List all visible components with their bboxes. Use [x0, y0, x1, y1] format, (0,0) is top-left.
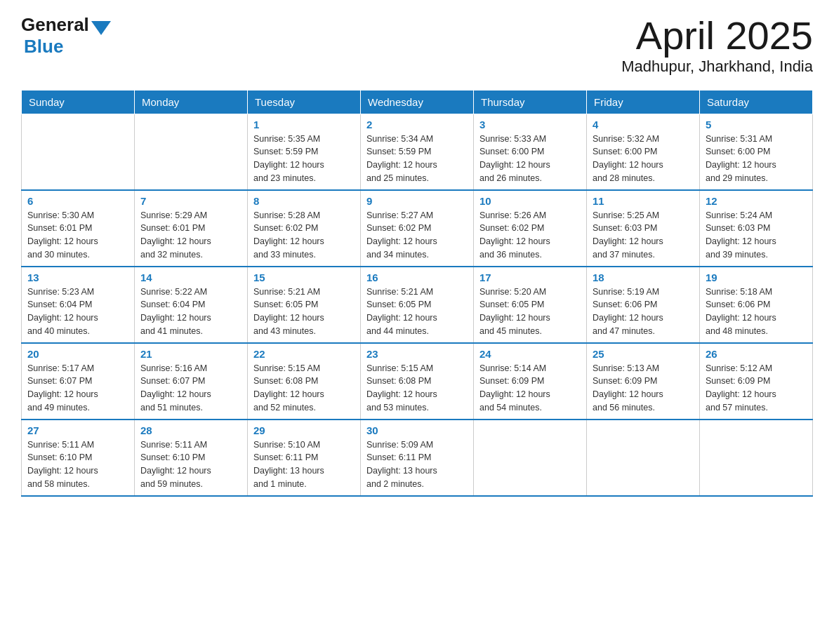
calendar-cell-w1-d6: 4Sunrise: 5:32 AMSunset: 6:00 PMDaylight…	[587, 114, 700, 190]
calendar-title: April 2025	[621, 14, 813, 58]
calendar-week-4: 20Sunrise: 5:17 AMSunset: 6:07 PMDayligh…	[22, 343, 813, 420]
calendar-cell-w5-d5	[474, 420, 587, 496]
day-info: Sunrise: 5:32 AMSunset: 6:00 PMDaylight:…	[593, 133, 694, 185]
calendar-cell-w3-d1: 13Sunrise: 5:23 AMSunset: 6:04 PMDayligh…	[22, 267, 135, 343]
logo-general-text: General	[21, 14, 89, 36]
day-number: 1	[253, 119, 355, 130]
day-info: Sunrise: 5:24 AMSunset: 6:03 PMDaylight:…	[706, 209, 807, 262]
day-info: Sunrise: 5:34 AMSunset: 5:59 PMDaylight:…	[366, 133, 468, 185]
calendar-cell-w4-d4: 23Sunrise: 5:15 AMSunset: 6:08 PMDayligh…	[361, 343, 474, 420]
calendar-cell-w2-d4: 9Sunrise: 5:27 AMSunset: 6:02 PMDaylight…	[361, 190, 474, 267]
logo: General Blue	[21, 14, 113, 58]
day-number: 18	[593, 271, 694, 283]
logo-blue-text: Blue	[24, 36, 63, 57]
calendar-cell-w4-d2: 21Sunrise: 5:16 AMSunset: 6:07 PMDayligh…	[135, 343, 248, 420]
day-number: 10	[479, 195, 581, 207]
day-number: 19	[706, 271, 807, 283]
calendar-header-row: Sunday Monday Tuesday Wednesday Thursday…	[22, 90, 813, 114]
day-info: Sunrise: 5:35 AMSunset: 5:59 PMDaylight:…	[253, 133, 355, 185]
logo-triangle-icon	[91, 21, 111, 35]
day-number: 22	[253, 348, 355, 360]
col-sunday: Sunday	[22, 90, 135, 114]
day-number: 14	[140, 271, 241, 283]
day-number: 12	[706, 195, 807, 207]
day-number: 20	[27, 348, 128, 360]
day-info: Sunrise: 5:14 AMSunset: 6:09 PMDaylight:…	[479, 362, 581, 415]
day-number: 15	[253, 271, 355, 283]
day-number: 6	[27, 195, 128, 207]
calendar-cell-w3-d4: 16Sunrise: 5:21 AMSunset: 6:05 PMDayligh…	[361, 267, 474, 343]
day-number: 28	[140, 424, 241, 436]
page-header: General Blue April 2025 Madhupur, Jharkh…	[21, 14, 813, 76]
day-number: 30	[366, 424, 468, 436]
day-number: 27	[27, 424, 128, 436]
day-info: Sunrise: 5:17 AMSunset: 6:07 PMDaylight:…	[27, 362, 128, 415]
day-info: Sunrise: 5:20 AMSunset: 6:05 PMDaylight:…	[479, 286, 581, 338]
day-number: 8	[253, 195, 355, 207]
calendar-cell-w3-d2: 14Sunrise: 5:22 AMSunset: 6:04 PMDayligh…	[135, 267, 248, 343]
day-info: Sunrise: 5:21 AMSunset: 6:05 PMDaylight:…	[366, 286, 468, 338]
calendar-cell-w4-d5: 24Sunrise: 5:14 AMSunset: 6:09 PMDayligh…	[474, 343, 587, 420]
day-info: Sunrise: 5:19 AMSunset: 6:06 PMDaylight:…	[593, 286, 694, 338]
calendar-cell-w5-d3: 29Sunrise: 5:10 AMSunset: 6:11 PMDayligh…	[248, 420, 361, 496]
day-number: 2	[366, 119, 468, 130]
day-number: 24	[479, 348, 581, 360]
calendar-cell-w2-d6: 11Sunrise: 5:25 AMSunset: 6:03 PMDayligh…	[587, 190, 700, 267]
day-info: Sunrise: 5:25 AMSunset: 6:03 PMDaylight:…	[593, 209, 694, 262]
day-info: Sunrise: 5:21 AMSunset: 6:05 PMDaylight:…	[253, 286, 355, 338]
col-wednesday: Wednesday	[361, 90, 474, 114]
calendar-cell-w4-d7: 26Sunrise: 5:12 AMSunset: 6:09 PMDayligh…	[700, 343, 813, 420]
col-friday: Friday	[587, 90, 700, 114]
calendar-cell-w5-d2: 28Sunrise: 5:11 AMSunset: 6:10 PMDayligh…	[135, 420, 248, 496]
calendar-cell-w1-d7: 5Sunrise: 5:31 AMSunset: 6:00 PMDaylight…	[700, 114, 813, 190]
calendar-cell-w1-d4: 2Sunrise: 5:34 AMSunset: 5:59 PMDaylight…	[361, 114, 474, 190]
day-info: Sunrise: 5:31 AMSunset: 6:00 PMDaylight:…	[706, 133, 807, 185]
day-info: Sunrise: 5:10 AMSunset: 6:11 PMDaylight:…	[253, 438, 355, 491]
col-thursday: Thursday	[474, 90, 587, 114]
day-info: Sunrise: 5:15 AMSunset: 6:08 PMDaylight:…	[253, 362, 355, 415]
day-number: 21	[140, 348, 241, 360]
calendar-cell-w1-d3: 1Sunrise: 5:35 AMSunset: 5:59 PMDaylight…	[248, 114, 361, 190]
calendar-cell-w2-d7: 12Sunrise: 5:24 AMSunset: 6:03 PMDayligh…	[700, 190, 813, 267]
day-info: Sunrise: 5:16 AMSunset: 6:07 PMDaylight:…	[140, 362, 241, 415]
day-info: Sunrise: 5:15 AMSunset: 6:08 PMDaylight:…	[366, 362, 468, 415]
calendar-cell-w2-d5: 10Sunrise: 5:26 AMSunset: 6:02 PMDayligh…	[474, 190, 587, 267]
calendar-cell-w3-d7: 19Sunrise: 5:18 AMSunset: 6:06 PMDayligh…	[700, 267, 813, 343]
day-info: Sunrise: 5:11 AMSunset: 6:10 PMDaylight:…	[27, 438, 128, 491]
calendar-cell-w5-d1: 27Sunrise: 5:11 AMSunset: 6:10 PMDayligh…	[22, 420, 135, 496]
calendar-cell-w2-d1: 6Sunrise: 5:30 AMSunset: 6:01 PMDaylight…	[22, 190, 135, 267]
day-number: 26	[706, 348, 807, 360]
calendar-table: Sunday Monday Tuesday Wednesday Thursday…	[21, 90, 813, 497]
day-info: Sunrise: 5:09 AMSunset: 6:11 PMDaylight:…	[366, 438, 468, 491]
calendar-cell-w3-d5: 17Sunrise: 5:20 AMSunset: 6:05 PMDayligh…	[474, 267, 587, 343]
day-number: 4	[593, 119, 694, 130]
day-info: Sunrise: 5:29 AMSunset: 6:01 PMDaylight:…	[140, 209, 241, 262]
day-info: Sunrise: 5:26 AMSunset: 6:02 PMDaylight:…	[479, 209, 581, 262]
calendar-cell-w4-d3: 22Sunrise: 5:15 AMSunset: 6:08 PMDayligh…	[248, 343, 361, 420]
col-tuesday: Tuesday	[248, 90, 361, 114]
day-info: Sunrise: 5:13 AMSunset: 6:09 PMDaylight:…	[593, 362, 694, 415]
day-number: 9	[366, 195, 468, 207]
calendar-cell-w1-d2	[135, 114, 248, 190]
calendar-subtitle: Madhupur, Jharkhand, India	[621, 58, 813, 76]
day-number: 23	[366, 348, 468, 360]
col-saturday: Saturday	[700, 90, 813, 114]
calendar-cell-w5-d7	[700, 420, 813, 496]
day-info: Sunrise: 5:23 AMSunset: 6:04 PMDaylight:…	[27, 286, 128, 338]
calendar-cell-w2-d3: 8Sunrise: 5:28 AMSunset: 6:02 PMDaylight…	[248, 190, 361, 267]
col-monday: Monday	[135, 90, 248, 114]
day-number: 13	[27, 271, 128, 283]
calendar-cell-w4-d1: 20Sunrise: 5:17 AMSunset: 6:07 PMDayligh…	[22, 343, 135, 420]
day-info: Sunrise: 5:22 AMSunset: 6:04 PMDaylight:…	[140, 286, 241, 338]
calendar-cell-w3-d6: 18Sunrise: 5:19 AMSunset: 6:06 PMDayligh…	[587, 267, 700, 343]
day-number: 29	[253, 424, 355, 436]
day-number: 5	[706, 119, 807, 130]
calendar-cell-w5-d4: 30Sunrise: 5:09 AMSunset: 6:11 PMDayligh…	[361, 420, 474, 496]
day-info: Sunrise: 5:30 AMSunset: 6:01 PMDaylight:…	[27, 209, 128, 262]
calendar-cell-w5-d6	[587, 420, 700, 496]
calendar-cell-w1-d5: 3Sunrise: 5:33 AMSunset: 6:00 PMDaylight…	[474, 114, 587, 190]
day-number: 7	[140, 195, 241, 207]
calendar-week-5: 27Sunrise: 5:11 AMSunset: 6:10 PMDayligh…	[22, 420, 813, 496]
calendar-week-2: 6Sunrise: 5:30 AMSunset: 6:01 PMDaylight…	[22, 190, 813, 267]
day-info: Sunrise: 5:12 AMSunset: 6:09 PMDaylight:…	[706, 362, 807, 415]
